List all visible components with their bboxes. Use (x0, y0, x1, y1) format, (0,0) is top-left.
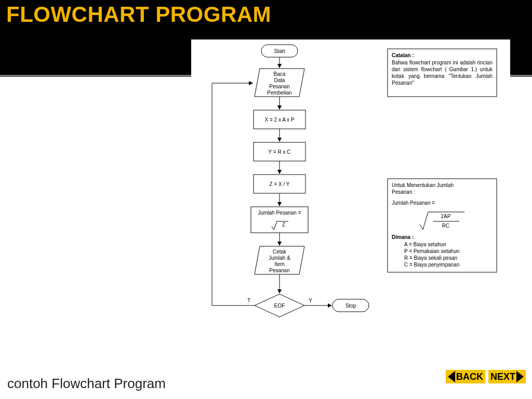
svg-text:T: T (247, 298, 250, 303)
svg-text:EOF: EOF (274, 303, 285, 309)
svg-text:Untuk Menentukan Jumlah: Untuk Menentukan Jumlah (392, 182, 454, 188)
nav-buttons: BACK NEXT (446, 370, 526, 383)
svg-text:Dimana :: Dimana : (392, 234, 414, 240)
svg-text:Y: Y (309, 298, 312, 303)
svg-text:Jumlah Pesanan =: Jumlah Pesanan = (392, 200, 435, 206)
svg-text:Jumlah &: Jumlah & (269, 255, 290, 261)
next-button[interactable]: NEXT (488, 370, 526, 383)
svg-text:RC: RC (442, 223, 449, 229)
svg-text:Z =  X / Y: Z = X / Y (270, 181, 290, 187)
page-title: FLOWCHART PROGRAM (6, 2, 271, 27)
back-label: BACK (456, 371, 483, 382)
note1-body: Bahwa flowchart program ini adalah rinci… (392, 59, 493, 86)
svg-text:Pesanan: Pesanan (269, 268, 289, 273)
svg-text:P = Pemakaian setahun: P = Pemakaian setahun (404, 248, 459, 254)
svg-text:Catatan :: Catatan : (392, 52, 414, 58)
next-label: NEXT (490, 371, 515, 382)
paper-panel: Start Baca Data Pesanan Pembelian X = 2 … (191, 39, 510, 356)
svg-text:Pembelian: Pembelian (267, 90, 291, 96)
arrow-right-icon (516, 371, 524, 382)
caption-text: contoh Flowchart Program (7, 376, 166, 392)
svg-text:X = 2 x A x P: X = 2 x A x P (265, 117, 295, 123)
arrow-left-icon (448, 371, 455, 382)
svg-text:R = Biaya sekali pesan: R = Biaya sekali pesan (404, 255, 457, 261)
svg-text:2AP: 2AP (441, 214, 451, 219)
svg-text:Item: Item (274, 261, 284, 267)
svg-text:Baca: Baca (274, 71, 286, 77)
svg-text:Z: Z (282, 222, 285, 228)
svg-text:Jumlah Pesanan =: Jumlah Pesanan = (258, 210, 301, 216)
svg-text:Y = R x C: Y = R x C (269, 149, 291, 155)
svg-text:Cetak: Cetak (273, 249, 287, 255)
svg-text:A = Biaya setahun: A = Biaya setahun (404, 242, 446, 247)
svg-text:Pesanan: Pesanan (269, 84, 289, 89)
svg-text:Pesanan :: Pesanan : (392, 189, 415, 195)
flowchart-svg: Start Baca Data Pesanan Pembelian X = 2 … (191, 39, 510, 356)
svg-text:Stop: Stop (345, 303, 356, 309)
svg-text:C = Biaya penyimpanan: C = Biaya penyimpanan (404, 262, 459, 268)
svg-text:Data: Data (274, 77, 285, 83)
svg-text:Start: Start (274, 48, 285, 54)
back-button[interactable]: BACK (446, 370, 485, 383)
